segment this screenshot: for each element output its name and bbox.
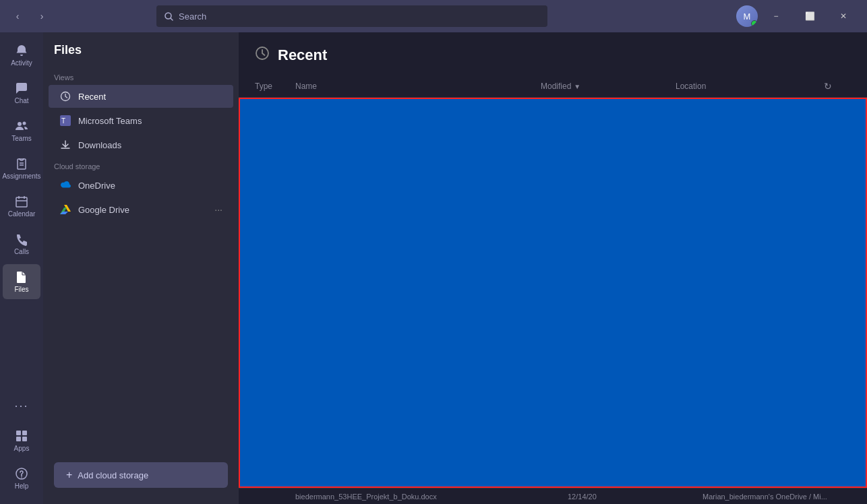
add-cloud-storage-button[interactable]: + Add cloud storage bbox=[54, 462, 228, 488]
bottom-date: 12/14/20 bbox=[568, 493, 702, 501]
files-label: Files bbox=[14, 286, 28, 293]
sidebar-bottom: + Add cloud storage bbox=[43, 454, 239, 496]
sidebar-item-help[interactable]: Help bbox=[3, 461, 40, 496]
onedrive-icon bbox=[59, 179, 71, 191]
apps-label: Apps bbox=[14, 445, 30, 452]
svg-rect-11 bbox=[16, 431, 21, 435]
sidebar-item-chat[interactable]: Chat bbox=[3, 75, 40, 111]
bottom-location: Marian_biedermann's OneDrive / Mi... bbox=[702, 493, 851, 501]
activity-label: Activity bbox=[11, 59, 32, 67]
help-label: Help bbox=[15, 482, 29, 490]
main-content: Activity Chat Teams bbox=[0, 32, 867, 504]
close-button[interactable]: ✕ bbox=[828, 5, 859, 27]
title-bar: ‹ › Search M − ⬜ ✕ bbox=[0, 0, 867, 32]
google-drive-label: Google Drive bbox=[78, 205, 129, 215]
recent-header-icon bbox=[255, 46, 270, 65]
downloads-label: Downloads bbox=[78, 140, 121, 150]
svg-rect-7 bbox=[16, 197, 27, 207]
more-dots: ... bbox=[14, 396, 28, 410]
title-bar-right: M − ⬜ ✕ bbox=[736, 5, 859, 27]
cloud-storage-section-label: Cloud storage bbox=[43, 157, 239, 173]
sidebar-item-apps[interactable]: Apps bbox=[3, 423, 40, 458]
assignments-label: Assignments bbox=[2, 172, 40, 180]
col-location-header: Location bbox=[676, 82, 824, 91]
teams-icon bbox=[15, 119, 28, 133]
nav-rail-bottom: ... Apps Help bbox=[3, 385, 40, 499]
nav-rail: Activity Chat Teams bbox=[0, 32, 43, 504]
sidebar-item-google-drive[interactable]: Google Drive ··· bbox=[49, 198, 233, 221]
sidebar-item-downloads[interactable]: Downloads bbox=[49, 133, 233, 156]
files-icon bbox=[15, 270, 28, 284]
search-bar[interactable]: Search bbox=[156, 5, 547, 27]
search-placeholder: Search bbox=[179, 11, 206, 22]
microsoft-teams-icon: T bbox=[59, 115, 71, 127]
minimize-button[interactable]: − bbox=[760, 5, 791, 27]
chat-label: Chat bbox=[14, 97, 28, 104]
nav-arrows: ‹ › bbox=[8, 7, 51, 26]
bell-icon bbox=[15, 44, 28, 57]
phone-icon bbox=[15, 232, 28, 246]
panel-title: Recent bbox=[278, 46, 327, 64]
svg-point-2 bbox=[18, 122, 22, 126]
apps-icon bbox=[15, 429, 28, 443]
sidebar-title: Files bbox=[43, 43, 239, 68]
sidebar-item-teams[interactable]: Teams bbox=[3, 113, 40, 148]
search-icon bbox=[165, 12, 173, 21]
back-button[interactable]: ‹ bbox=[8, 7, 27, 26]
google-drive-more[interactable]: ··· bbox=[214, 204, 222, 215]
recent-label: Recent bbox=[78, 92, 106, 102]
sort-desc-icon: ▼ bbox=[574, 83, 580, 90]
main-panel: Recent Type Name Modified ▼ Location ↻ b… bbox=[239, 32, 867, 504]
svg-line-1 bbox=[171, 18, 173, 20]
onedrive-label: OneDrive bbox=[78, 181, 115, 191]
views-section-label: Views bbox=[43, 68, 239, 84]
panel-header: Recent bbox=[239, 32, 867, 75]
sidebar-item-onedrive[interactable]: OneDrive bbox=[49, 174, 233, 197]
add-icon: + bbox=[66, 469, 72, 481]
add-cloud-label: Add cloud storage bbox=[78, 470, 148, 480]
col-actions-header[interactable]: ↻ bbox=[824, 81, 851, 92]
avatar[interactable]: M bbox=[736, 5, 758, 27]
downloads-icon bbox=[59, 139, 71, 151]
svg-point-3 bbox=[23, 122, 26, 125]
more-button[interactable]: ... bbox=[3, 385, 40, 420]
chat-icon bbox=[15, 82, 28, 95]
sidebar: Files Views Recent T Microsoft Teams bbox=[43, 32, 239, 504]
table-header: Type Name Modified ▼ Location ↻ bbox=[239, 75, 867, 98]
calendar-label: Calendar bbox=[8, 210, 36, 218]
help-icon bbox=[15, 467, 28, 480]
sidebar-item-recent[interactable]: Recent bbox=[49, 85, 233, 108]
sidebar-item-calendar[interactable]: Calendar bbox=[3, 189, 40, 224]
microsoft-teams-label: Microsoft Teams bbox=[78, 116, 142, 126]
sidebar-item-files[interactable]: Files bbox=[3, 264, 40, 299]
calls-label: Calls bbox=[14, 248, 29, 255]
svg-point-16 bbox=[21, 477, 22, 478]
svg-text:T: T bbox=[61, 117, 65, 125]
calendar-icon bbox=[15, 195, 28, 208]
col-type-header: Type bbox=[255, 82, 295, 91]
svg-rect-12 bbox=[22, 431, 27, 435]
google-drive-icon bbox=[59, 203, 71, 216]
maximize-button[interactable]: ⬜ bbox=[794, 5, 825, 27]
clipboard-icon bbox=[15, 157, 28, 170]
sidebar-item-calls[interactable]: Calls bbox=[3, 226, 40, 261]
sidebar-item-microsoft-teams[interactable]: T Microsoft Teams bbox=[49, 109, 233, 132]
content-area: biedermann_53HEE_Projekt_b_Doku.docx 12/… bbox=[239, 98, 867, 504]
forward-button[interactable]: › bbox=[32, 7, 51, 26]
bottom-filename: biedermann_53HEE_Projekt_b_Doku.docx bbox=[255, 493, 568, 501]
svg-rect-14 bbox=[22, 437, 27, 441]
recent-icon bbox=[59, 90, 71, 102]
bottom-row: biedermann_53HEE_Projekt_b_Doku.docx 12/… bbox=[239, 488, 867, 504]
svg-rect-13 bbox=[16, 437, 21, 441]
blue-content-overlay bbox=[239, 98, 867, 488]
col-modified-header[interactable]: Modified ▼ bbox=[541, 82, 676, 91]
col-name-header: Name bbox=[295, 82, 541, 91]
sidebar-item-assignments[interactable]: Assignments bbox=[3, 151, 40, 186]
avatar-badge bbox=[751, 20, 758, 27]
sidebar-item-activity[interactable]: Activity bbox=[3, 38, 40, 73]
teams-label: Teams bbox=[11, 135, 31, 142]
